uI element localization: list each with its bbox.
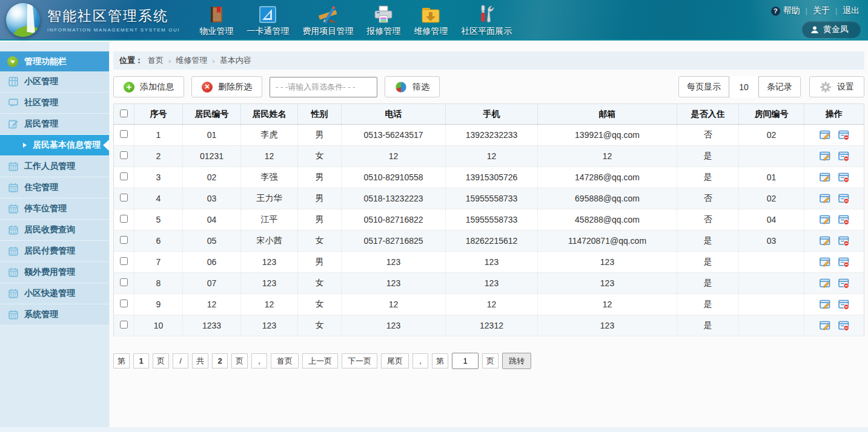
edit-row-button[interactable] bbox=[820, 172, 830, 183]
nav-item-fee-project-management[interactable]: 费用项目管理 bbox=[302, 5, 353, 37]
filter-input[interactable] bbox=[270, 77, 377, 97]
checkbox-cell bbox=[114, 294, 134, 315]
column-header: 电话 bbox=[342, 104, 446, 125]
sidebar-item-label: 居民付费管理 bbox=[24, 246, 75, 257]
sidebar-item-housing[interactable]: 住宅管理 bbox=[0, 177, 109, 198]
logo-text: 智能社区管理系统 INFORMATION MANAGEMENT SYSTEM G… bbox=[47, 7, 180, 33]
logo-globe-icon bbox=[6, 3, 40, 37]
edit-row-button[interactable] bbox=[820, 151, 830, 162]
breadcrumb-item[interactable]: 首页 bbox=[148, 55, 164, 66]
sidebar-item-resident-fee-query[interactable]: 居民收费查询 bbox=[0, 220, 109, 241]
add-info-button[interactable]: + 添加信息 bbox=[113, 76, 184, 97]
breadcrumb-item[interactable]: 维修管理 bbox=[176, 55, 207, 66]
edit-row-button[interactable] bbox=[820, 129, 830, 140]
edit-row-button[interactable] bbox=[820, 278, 830, 289]
row-checkbox[interactable] bbox=[120, 215, 128, 223]
link-separator: | bbox=[835, 7, 837, 15]
filter-label: 筛选 bbox=[412, 82, 429, 93]
user-icon bbox=[810, 25, 819, 34]
table-cell: 147286@qq.com bbox=[538, 167, 677, 188]
table-cell: 李虎 bbox=[241, 125, 298, 146]
delete-selected-button[interactable]: × 删除所选 bbox=[191, 76, 262, 97]
sidebar-item-label: 工作人员管理 bbox=[24, 161, 75, 172]
table-cell: 是 bbox=[677, 294, 739, 315]
table-cell: 02 bbox=[739, 125, 804, 146]
sidebar-item-extra-fee[interactable]: 额外费用管理 bbox=[0, 262, 109, 283]
sidebar-item-parking[interactable]: 停车位管理 bbox=[0, 198, 109, 220]
edit-row-button[interactable] bbox=[820, 193, 830, 204]
calendar-icon bbox=[8, 204, 18, 214]
add-info-label: 添加信息 bbox=[140, 82, 174, 93]
nav-item-community-plan-display[interactable]: 社区平面展示 bbox=[461, 5, 512, 37]
delete-row-button[interactable] bbox=[838, 235, 849, 246]
delete-row-button[interactable] bbox=[838, 172, 849, 183]
jump-button[interactable]: 跳转 bbox=[502, 353, 531, 369]
delete-row-button[interactable] bbox=[838, 299, 849, 310]
logout-link[interactable]: 退出 bbox=[843, 5, 860, 16]
sidebar-item-residential-area[interactable]: 小区管理 bbox=[0, 71, 109, 93]
row-checkbox[interactable] bbox=[120, 151, 128, 159]
edit-row-button[interactable] bbox=[820, 235, 830, 246]
prev-page-button[interactable]: 上一页 bbox=[302, 353, 338, 368]
delete-row-button[interactable] bbox=[838, 193, 849, 204]
help-link[interactable]: ?帮助 bbox=[771, 5, 800, 16]
sidebar-item-resident[interactable]: 居民管理 bbox=[0, 114, 109, 135]
row-checkbox[interactable] bbox=[120, 236, 128, 244]
checkbox-cell bbox=[114, 315, 134, 336]
row-checkbox[interactable] bbox=[120, 321, 128, 329]
table-cell: 0510-82716822 bbox=[342, 209, 446, 231]
about-link[interactable]: 关于 bbox=[813, 5, 830, 16]
edit-icon bbox=[8, 119, 18, 129]
sidebar-item-resident-basic-info[interactable]: 居民基本信息管理 bbox=[0, 135, 109, 156]
table-row: 20123112女121212是 bbox=[114, 146, 864, 167]
nav-item-card-management[interactable]: 一卡通管理 bbox=[247, 5, 289, 37]
delete-row-button[interactable] bbox=[838, 257, 849, 267]
delete-row-button[interactable] bbox=[838, 151, 849, 162]
sidebar-item-staff[interactable]: 工作人员管理 bbox=[0, 156, 109, 177]
row-checkbox[interactable] bbox=[120, 257, 128, 265]
table-cell: 宋小茜 bbox=[241, 231, 298, 252]
per-page-input[interactable] bbox=[729, 76, 759, 97]
actions-cell bbox=[804, 315, 864, 336]
row-checkbox[interactable] bbox=[120, 172, 128, 180]
sidebar-item-system[interactable]: 系统管理 bbox=[0, 304, 109, 326]
nav-item-repair-report-management[interactable]: 报修管理 bbox=[366, 5, 400, 37]
row-actions bbox=[804, 299, 864, 310]
row-checkbox[interactable] bbox=[120, 130, 128, 138]
table-cell: 2 bbox=[134, 146, 183, 167]
goto-page-input[interactable] bbox=[452, 353, 479, 369]
select-all-checkbox[interactable] bbox=[120, 110, 128, 117]
table-cell: 0510-82910558 bbox=[342, 167, 446, 188]
settings-button[interactable]: 设置 bbox=[809, 76, 864, 97]
nav-item-maintenance-management[interactable]: 维修管理 bbox=[414, 5, 448, 37]
toolbar: + 添加信息 × 删除所选 筛选 每页显示 条记录 设置 bbox=[113, 76, 864, 97]
delete-row-button[interactable] bbox=[838, 320, 849, 331]
edit-row-button[interactable] bbox=[820, 320, 830, 331]
breadcrumb-item[interactable]: 基本内容 bbox=[220, 55, 251, 66]
row-checkbox[interactable] bbox=[120, 278, 128, 286]
filter-button[interactable]: 筛选 bbox=[385, 76, 440, 97]
table-cell: 123 bbox=[342, 252, 446, 273]
edit-row-button[interactable] bbox=[820, 299, 830, 310]
grid-icon bbox=[8, 77, 18, 87]
edit-row-button[interactable] bbox=[820, 214, 830, 225]
footer-strip bbox=[0, 427, 868, 432]
delete-row-button[interactable] bbox=[838, 278, 849, 289]
table-cell: 695888@qq.com bbox=[538, 188, 677, 209]
last-page-button[interactable]: 尾页 bbox=[381, 353, 409, 368]
first-page-button[interactable]: 首页 bbox=[271, 353, 299, 368]
sidebar-item-community[interactable]: 社区管理 bbox=[0, 93, 109, 114]
edit-row-button[interactable] bbox=[820, 257, 830, 267]
table-cell: 123 bbox=[241, 273, 298, 294]
nav-item-property-management[interactable]: 物业管理 bbox=[199, 5, 233, 37]
sidebar-header[interactable]: 管理功能栏 bbox=[0, 51, 109, 71]
sidebar-item-resident-payment[interactable]: 居民付费管理 bbox=[0, 241, 109, 262]
delete-row-button[interactable] bbox=[838, 129, 849, 140]
row-checkbox[interactable] bbox=[120, 299, 128, 307]
user-menu[interactable]: 黄金凤 bbox=[802, 21, 861, 38]
delete-row-button[interactable] bbox=[838, 214, 849, 225]
next-page-button[interactable]: 下一页 bbox=[342, 353, 377, 368]
row-checkbox[interactable] bbox=[120, 194, 128, 201]
sidebar-item-express[interactable]: 小区快递管理 bbox=[0, 283, 109, 304]
table-cell: 是 bbox=[677, 231, 739, 252]
